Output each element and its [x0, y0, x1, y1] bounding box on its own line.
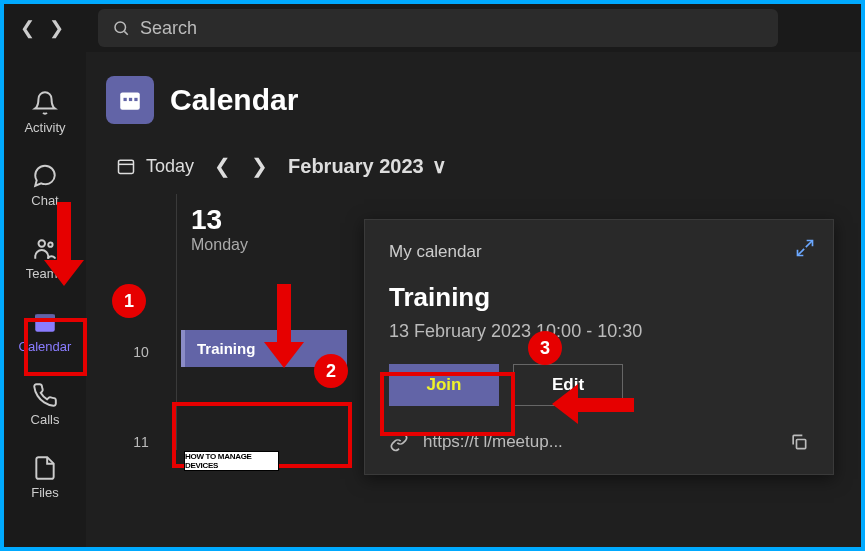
- meeting-link[interactable]: https://t l/meetup...: [423, 432, 775, 452]
- svg-rect-10: [119, 160, 134, 173]
- join-button[interactable]: Join: [389, 364, 499, 406]
- sidebar-item-teams[interactable]: Teams: [15, 236, 75, 281]
- watermark: HOW TO MANAGE DEVICES: [184, 451, 279, 471]
- phone-icon: [32, 382, 58, 408]
- popover-label: My calendar: [389, 242, 809, 262]
- link-icon: [389, 432, 409, 452]
- nav-forward-button[interactable]: ❯: [49, 17, 64, 39]
- month-picker[interactable]: February 2023 ∨: [288, 154, 447, 178]
- bell-icon: [32, 90, 58, 116]
- calendar-event[interactable]: Training: [181, 330, 347, 367]
- teams-icon: [32, 236, 58, 262]
- svg-rect-9: [134, 98, 137, 101]
- sidebar-item-files[interactable]: Files: [15, 455, 75, 500]
- sidebar-item-label: Files: [31, 485, 58, 500]
- calendar-icon: [32, 309, 58, 335]
- calendar-header-icon: [106, 76, 154, 124]
- today-label: Today: [146, 156, 194, 177]
- svg-point-0: [115, 22, 126, 33]
- copy-icon[interactable]: [789, 432, 809, 452]
- sidebar-item-label: Chat: [31, 193, 58, 208]
- sidebar-item-calls[interactable]: Calls: [15, 382, 75, 427]
- sidebar-item-label: Calendar: [19, 339, 72, 354]
- today-icon: [116, 156, 136, 176]
- nav-back-button[interactable]: ❮: [20, 17, 35, 39]
- svg-rect-5: [35, 314, 55, 319]
- sidebar-item-label: Teams: [26, 266, 64, 281]
- search-input[interactable]: Search: [98, 9, 778, 47]
- event-datetime: 13 February 2023 10:00 - 10:30: [389, 321, 809, 342]
- sidebar-item-chat[interactable]: Chat: [15, 163, 75, 208]
- svg-rect-8: [129, 98, 132, 101]
- time-label: 10: [106, 344, 176, 434]
- day-number: 13: [177, 194, 351, 236]
- sidebar-item-label: Calls: [31, 412, 60, 427]
- svg-point-3: [48, 243, 52, 247]
- today-button[interactable]: Today: [116, 156, 194, 177]
- sidebar-item-label: Activity: [24, 120, 65, 135]
- search-icon: [112, 19, 130, 37]
- event-title: Training: [389, 282, 809, 313]
- time-label: 11: [106, 434, 176, 450]
- event-popover: My calendar Training 13 February 2023 10…: [364, 219, 834, 475]
- svg-rect-7: [124, 98, 127, 101]
- expand-icon[interactable]: [795, 238, 815, 263]
- day-column[interactable]: 13 Monday Training: [176, 194, 351, 450]
- svg-point-2: [39, 240, 46, 247]
- day-name: Monday: [177, 236, 351, 266]
- sidebar-item-calendar[interactable]: Calendar: [15, 309, 75, 354]
- chat-icon: [32, 163, 58, 189]
- chevron-down-icon: ∨: [432, 154, 447, 178]
- svg-rect-12: [797, 440, 806, 449]
- sidebar-item-activity[interactable]: Activity: [15, 90, 75, 135]
- month-label: February 2023: [288, 155, 424, 178]
- search-placeholder: Search: [140, 18, 197, 39]
- prev-week-button[interactable]: ❮: [214, 154, 231, 178]
- svg-line-1: [124, 31, 127, 34]
- file-icon: [32, 455, 58, 481]
- next-week-button[interactable]: ❯: [251, 154, 268, 178]
- page-title: Calendar: [170, 83, 298, 117]
- edit-button[interactable]: Edit: [513, 364, 623, 406]
